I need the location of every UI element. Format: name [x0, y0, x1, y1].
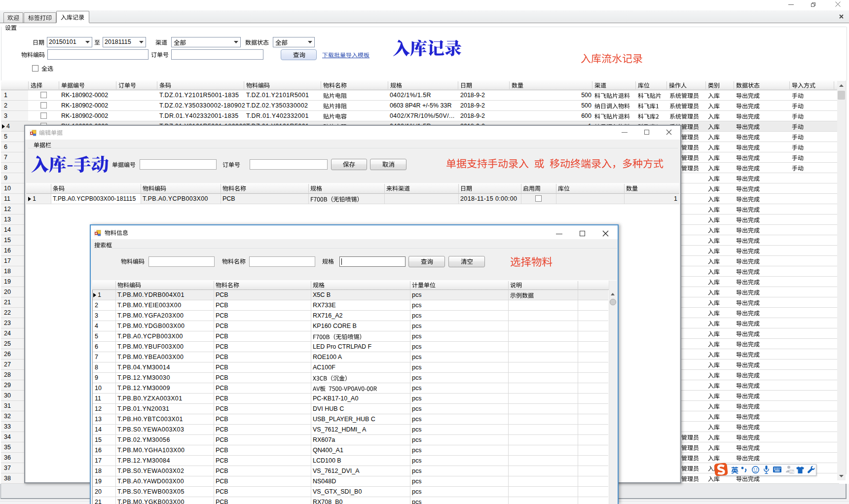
svg-text:17: 17 — [790, 470, 794, 473]
